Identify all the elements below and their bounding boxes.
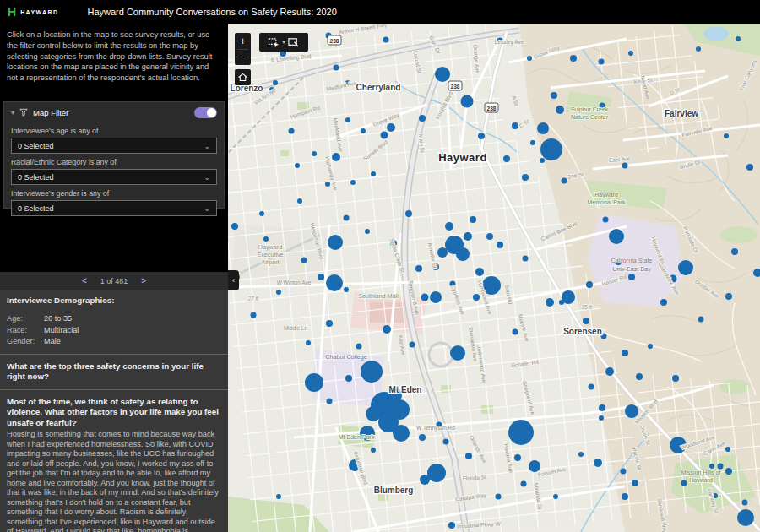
- survey-point[interactable]: [603, 217, 609, 223]
- survey-point[interactable]: [529, 460, 540, 472]
- survey-point[interactable]: [530, 140, 535, 145]
- survey-point[interactable]: [361, 128, 366, 133]
- survey-point[interactable]: [553, 494, 558, 499]
- survey-point[interactable]: [736, 36, 741, 41]
- survey-point[interactable]: [326, 320, 333, 327]
- survey-point[interactable]: [696, 46, 701, 52]
- survey-point[interactable]: [345, 375, 352, 382]
- survey-point[interactable]: [306, 340, 311, 345]
- survey-point[interactable]: [698, 317, 704, 323]
- survey-point[interactable]: [583, 318, 589, 324]
- survey-point[interactable]: [393, 425, 410, 442]
- survey-point[interactable]: [295, 163, 300, 168]
- survey-point[interactable]: [344, 215, 350, 221]
- survey-point[interactable]: [276, 494, 281, 499]
- survey-point[interactable]: [628, 274, 635, 280]
- survey-point[interactable]: [371, 171, 376, 176]
- survey-point[interactable]: [737, 509, 754, 526]
- survey-point[interactable]: [435, 67, 450, 82]
- survey-point[interactable]: [681, 480, 687, 486]
- survey-point[interactable]: [344, 287, 349, 292]
- survey-point[interactable]: [508, 420, 534, 445]
- survey-point[interactable]: [540, 158, 545, 163]
- survey-point[interactable]: [356, 344, 362, 350]
- survey-point[interactable]: [332, 153, 340, 161]
- survey-point[interactable]: [628, 51, 633, 56]
- survey-point[interactable]: [470, 216, 476, 223]
- select-by-rectangle-button[interactable]: [268, 36, 280, 49]
- survey-point[interactable]: [276, 290, 281, 295]
- survey-point[interactable]: [562, 178, 567, 184]
- survey-point[interactable]: [718, 464, 724, 470]
- survey-point[interactable]: [724, 133, 729, 138]
- survey-point[interactable]: [312, 151, 317, 156]
- survey-point[interactable]: [465, 453, 472, 459]
- clear-selection-button[interactable]: [287, 36, 300, 49]
- survey-point[interactable]: [450, 345, 465, 361]
- survey-point[interactable]: [622, 493, 628, 500]
- survey-point[interactable]: [731, 248, 738, 255]
- survey-point[interactable]: [540, 138, 562, 160]
- next-page-button[interactable]: >: [141, 276, 146, 285]
- survey-point[interactable]: [599, 404, 605, 411]
- survey-point[interactable]: [570, 55, 577, 62]
- survey-point[interactable]: [527, 56, 532, 61]
- survey-point[interactable]: [461, 95, 474, 108]
- survey-point[interactable]: [599, 59, 605, 65]
- survey-point[interactable]: [366, 406, 381, 421]
- survey-point[interactable]: [725, 468, 732, 475]
- survey-point[interactable]: [559, 300, 564, 305]
- survey-point[interactable]: [231, 223, 238, 230]
- survey-point[interactable]: [625, 404, 638, 418]
- survey-point[interactable]: [327, 399, 333, 404]
- survey-point[interactable]: [350, 180, 356, 185]
- survey-point[interactable]: [660, 299, 667, 306]
- survey-point[interactable]: [464, 232, 472, 241]
- survey-point[interactable]: [621, 469, 627, 475]
- survey-point[interactable]: [405, 210, 412, 217]
- survey-point[interactable]: [486, 233, 493, 240]
- survey-point[interactable]: [513, 329, 518, 335]
- survey-point[interactable]: [318, 274, 324, 280]
- collapse-caret-icon[interactable]: ▾: [11, 109, 14, 117]
- survey-point[interactable]: [522, 174, 529, 181]
- survey-point[interactable]: [609, 229, 624, 244]
- survey-point[interactable]: [415, 265, 422, 272]
- survey-point[interactable]: [599, 415, 604, 421]
- survey-point[interactable]: [325, 182, 330, 187]
- survey-point[interactable]: [551, 92, 557, 99]
- survey-point[interactable]: [387, 123, 395, 132]
- survey-point[interactable]: [589, 384, 594, 390]
- survey-point[interactable]: [445, 222, 453, 231]
- survey-point[interactable]: [709, 464, 714, 469]
- survey-point[interactable]: [594, 459, 602, 467]
- survey-point[interactable]: [632, 480, 638, 486]
- survey-point[interactable]: [503, 155, 510, 162]
- map-canvas[interactable]: 238238238 E Lewelling BlvdVia ArroyoHamp…: [228, 24, 760, 532]
- survey-point[interactable]: [448, 522, 455, 529]
- survey-point[interactable]: [301, 258, 307, 263]
- survey-point[interactable]: [427, 464, 446, 482]
- survey-point[interactable]: [365, 229, 370, 234]
- survey-point[interactable]: [605, 367, 614, 376]
- race-select[interactable]: 0 Selected ⌄: [11, 169, 217, 185]
- prev-page-button[interactable]: <: [82, 276, 87, 285]
- survey-point[interactable]: [410, 342, 415, 348]
- filter-toggle[interactable]: [194, 107, 217, 118]
- survey-point[interactable]: [497, 242, 503, 248]
- survey-point[interactable]: [328, 235, 343, 250]
- survey-point[interactable]: [672, 375, 679, 382]
- survey-point[interactable]: [437, 247, 448, 258]
- survey-point[interactable]: [456, 247, 470, 261]
- survey-point[interactable]: [478, 133, 485, 139]
- survey-point[interactable]: [297, 198, 302, 204]
- survey-point[interactable]: [326, 274, 343, 291]
- survey-point[interactable]: [742, 500, 748, 506]
- survey-point[interactable]: [251, 312, 257, 318]
- survey-point[interactable]: [636, 373, 643, 380]
- survey-point[interactable]: [578, 452, 584, 457]
- survey-point[interactable]: [746, 164, 753, 171]
- survey-point[interactable]: [496, 494, 502, 500]
- survey-point[interactable]: [273, 80, 278, 85]
- age-select[interactable]: 0 Selected ⌄: [11, 138, 217, 154]
